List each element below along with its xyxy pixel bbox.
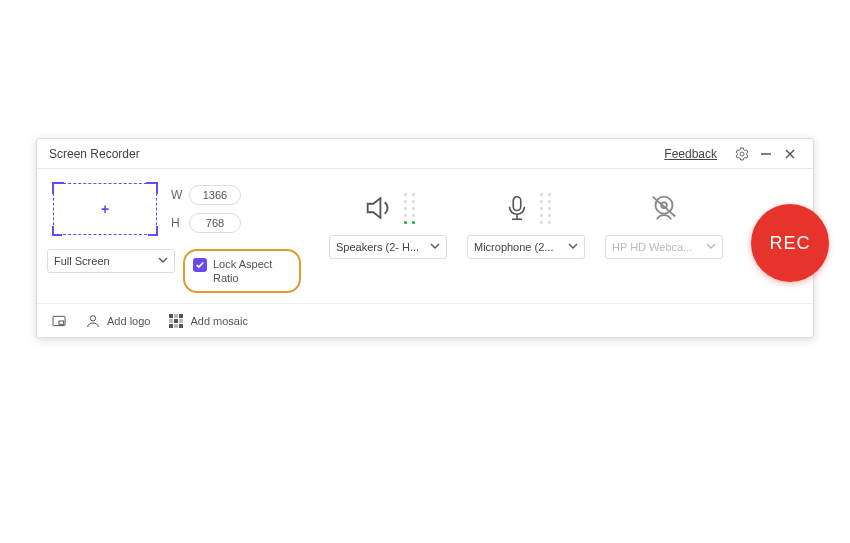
- minimize-icon: [759, 147, 773, 161]
- settings-button[interactable]: [731, 143, 753, 165]
- height-input[interactable]: [189, 213, 241, 233]
- app-title: Screen Recorder: [49, 147, 140, 161]
- speaker-source: Speakers (2- H...: [319, 181, 457, 297]
- sources-section: Speakers (2- H...: [313, 181, 739, 297]
- svg-rect-21: [179, 324, 183, 328]
- chevron-down-icon: [158, 255, 168, 267]
- microphone-icon[interactable]: [502, 191, 532, 225]
- person-icon: [85, 313, 101, 329]
- svg-rect-20: [174, 324, 178, 328]
- record-button[interactable]: REC: [751, 204, 829, 282]
- rec-section: REC: [751, 181, 829, 297]
- region-mode-value: Full Screen: [54, 255, 110, 267]
- speaker-value: Speakers (2- H...: [336, 241, 419, 253]
- svg-rect-4: [513, 197, 521, 211]
- region-mode-select[interactable]: Full Screen: [47, 249, 175, 273]
- height-label: H: [171, 216, 189, 230]
- feedback-link[interactable]: Feedback: [664, 147, 717, 161]
- add-logo-label: Add logo: [107, 315, 150, 327]
- main-row: + W H Full Scree: [37, 169, 813, 303]
- svg-rect-14: [174, 314, 178, 318]
- svg-rect-16: [169, 319, 173, 323]
- webcam-value: HP HD Webca...: [612, 241, 692, 253]
- svg-rect-15: [179, 314, 183, 318]
- speaker-level-indicator: [404, 193, 415, 224]
- speaker-select[interactable]: Speakers (2- H...: [329, 235, 447, 259]
- microphone-source: Microphone (2...: [457, 181, 595, 297]
- minimize-button[interactable]: [755, 143, 777, 165]
- pip-icon: [51, 313, 67, 329]
- bottombar: Add logo Add mosaic: [37, 303, 813, 337]
- microphone-value: Microphone (2...: [474, 241, 553, 253]
- svg-rect-18: [179, 319, 183, 323]
- svg-point-0: [740, 152, 744, 156]
- svg-rect-13: [169, 314, 173, 318]
- close-button[interactable]: [779, 143, 801, 165]
- mosaic-icon: [168, 313, 184, 329]
- svg-rect-17: [174, 319, 178, 323]
- add-logo-button[interactable]: Add logo: [85, 313, 150, 329]
- webcam-select[interactable]: HP HD Webca...: [605, 235, 723, 259]
- chevron-down-icon: [568, 241, 578, 253]
- webcam-source: HP HD Webca...: [595, 181, 733, 297]
- add-mosaic-button[interactable]: Add mosaic: [168, 313, 247, 329]
- microphone-level-indicator: [540, 193, 551, 224]
- chevron-down-icon: [430, 241, 440, 253]
- plus-icon: +: [101, 201, 109, 217]
- width-input[interactable]: [189, 185, 241, 205]
- gear-icon: [734, 146, 750, 162]
- svg-point-12: [90, 315, 95, 320]
- svg-rect-19: [169, 324, 173, 328]
- region-preview[interactable]: +: [53, 183, 157, 235]
- record-label: REC: [769, 233, 810, 254]
- lock-aspect-checkbox[interactable]: [193, 258, 207, 272]
- region-section: + W H Full Scree: [47, 181, 301, 297]
- screen-recorder-panel: Screen Recorder Feedback +: [36, 138, 814, 338]
- lock-aspect-highlight: Lock Aspect Ratio: [183, 249, 301, 293]
- check-icon: [195, 260, 205, 270]
- add-mosaic-label: Add mosaic: [190, 315, 247, 327]
- svg-rect-11: [59, 321, 64, 324]
- speaker-icon[interactable]: [362, 191, 396, 225]
- pip-button[interactable]: [51, 313, 67, 329]
- titlebar: Screen Recorder Feedback: [37, 139, 813, 169]
- microphone-select[interactable]: Microphone (2...: [467, 235, 585, 259]
- lock-aspect-label: Lock Aspect Ratio: [213, 257, 289, 285]
- chevron-down-icon: [706, 241, 716, 253]
- close-icon: [783, 147, 797, 161]
- webcam-disabled-icon[interactable]: [647, 191, 681, 225]
- width-label: W: [171, 188, 189, 202]
